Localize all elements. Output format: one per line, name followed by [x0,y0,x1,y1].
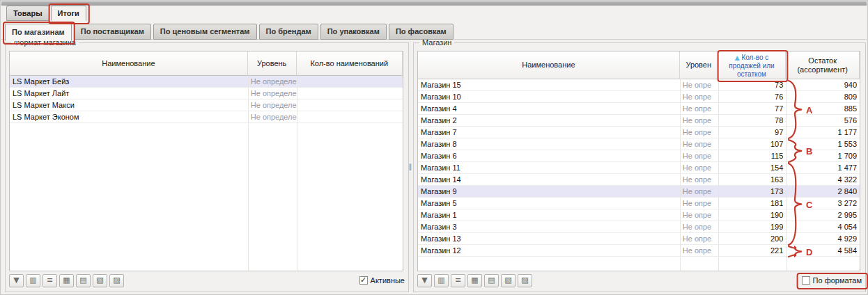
count-cell: 76 [718,91,786,102]
name-cell: Магазин 5 [418,198,680,209]
app-window: ТоварыИтоги По магазинамПо поставщикамПо… [0,0,868,295]
format-toolbar: ▼▥≡▦▤▧▨ [9,274,124,287]
numbered-list-button[interactable]: ≡ [42,274,57,287]
name-cell: LS Маркет Эконом [10,111,248,122]
active-checkbox-label: Активные [371,276,405,285]
active-checkbox-box[interactable]: ✓ [359,276,368,285]
columns-button[interactable]: ▥ [26,274,40,287]
name-cell: Магазин 6 [418,150,680,161]
level-cell: Не опре [680,209,718,221]
sub-tab-po-magazinam[interactable]: По магазинам [5,24,72,41]
formats-checkbox-box[interactable] [802,276,810,285]
store-panel-footer: ▼▥≡▦▤▧▨ По форматам [417,273,862,288]
filter-button[interactable]: ▼ [417,274,432,287]
name-cell: Магазин 14 [418,174,680,185]
column-header[interactable]: Кол-во наименований [297,51,403,76]
stock-cell: 1 177 [786,127,860,138]
layout-icon: ▨ [521,276,528,285]
name-cell: Магазин 12 [418,245,680,256]
name-cell: LS Маркет Лайт [10,88,248,99]
stock-cell: 576 [786,115,860,126]
sort-asc-icon: ▲ [735,54,740,61]
level-cell: Не опре [680,162,718,173]
print-button[interactable]: ▤ [76,274,91,287]
table-row[interactable]: LS Маркет ЭкономНе определе [10,111,403,123]
table-row[interactable]: Магазин 11Не опре1541 477 [418,162,860,174]
column-header[interactable]: Наименование [10,51,248,76]
export-icon: ▦ [471,276,478,285]
table-row[interactable]: Магазин 4Не опре77885 [418,103,860,115]
count-cell: 163 [718,174,786,185]
layout-button[interactable]: ▨ [109,274,124,287]
table-row[interactable]: LS Маркет ЛайтНе определе [10,88,403,99]
level-cell: Не опре [680,221,718,232]
count-cell: 77 [718,103,786,114]
count-cell: 115 [718,150,786,161]
sub-tab-po-fasovkam[interactable]: По фасовкам [389,24,454,40]
sub-tab-po-brendam[interactable]: По брендам [259,24,318,40]
name-cell: Магазин 4 [418,103,680,114]
stock-cell: 809 [786,91,860,102]
table-row[interactable]: Магазин 12Не опре2214 584 [418,245,860,257]
export-button[interactable]: ▦ [59,274,74,287]
column-header[interactable]: Уровен [680,51,718,79]
level-cell: Не опре [680,233,718,244]
table-row[interactable]: Магазин 15Не опре73940 [418,79,860,91]
numbered-list-icon: ≡ [47,276,53,285]
stock-cell: 940 [786,79,860,90]
columns-icon: ▥ [437,276,444,285]
column-header[interactable]: Уровень [248,51,297,76]
stock-cell: 4 322 [786,174,860,185]
table-row[interactable]: Магазин 2Не опре78576 [418,115,860,127]
table-row[interactable]: Магазин 1Не опре1902 995 [418,209,860,221]
active-checkbox[interactable]: ✓ Активные [359,276,405,285]
sub-tab-po-postavshchikam[interactable]: По поставщикам [74,24,151,40]
column-header[interactable]: Остаток (ассортимент) [786,51,860,79]
excel-button[interactable]: ▧ [93,274,107,287]
table-row[interactable]: Магазин 7Не опре971 177 [418,127,860,138]
export-icon: ▦ [63,276,70,285]
excel-button[interactable]: ▧ [501,274,516,287]
table-row[interactable]: Магазин 9Не опре1732 840 [418,186,860,198]
name-cell: LS Маркет Макси [10,99,248,111]
name-cell: Магазин 10 [418,91,680,102]
name-cell: Магазин 8 [418,138,680,150]
formats-checkbox[interactable]: По форматам [802,276,862,285]
level-cell: Не опре [680,138,718,150]
store-format-grid: НаименованиеУровеньКол-во наименований L… [9,51,403,271]
table-row[interactable]: Магазин 10Не опре76809 [418,91,860,103]
sub-tab-po-tsenovym-segmentam[interactable]: По ценовым сегментам [153,24,257,40]
print-icon: ▤ [79,276,86,285]
table-row[interactable]: Магазин 5Не опре1813 272 [418,198,860,209]
count-cell: 154 [718,162,786,173]
panel-splitter[interactable]: ∥ [408,42,413,291]
level-cell: Не опре [680,91,718,102]
main-tab-itogi[interactable]: Итоги [51,6,86,21]
excel-icon: ▧ [504,276,511,285]
table-row[interactable]: Магазин 14Не опре1634 322 [418,174,860,186]
columns-button[interactable]: ▥ [434,274,449,287]
store-format-panel: Формат магазина НаименованиеУровеньКол-в… [5,42,409,292]
columns-icon: ▥ [29,276,36,285]
name-cell: Магазин 9 [418,186,680,197]
sorted-column-header[interactable]: ▲ Кол-во с продажей или остатком [718,51,786,79]
table-row[interactable]: Магазин 8Не опре1071 553 [418,138,860,150]
numbered-list-button[interactable]: ≡ [451,274,465,287]
column-header[interactable]: Наименование [418,51,680,79]
filter-button[interactable]: ▼ [9,274,24,287]
table-row[interactable]: LS Маркет МаксиНе определе [10,99,403,111]
table-row[interactable]: LS Маркет БейзНе определе [10,76,403,88]
table-row[interactable]: Магазин 3Не опре1994 054 [418,221,860,233]
format-panel-footer: ▼▥≡▦▤▧▨ ✓ Активные [9,273,405,288]
layout-button[interactable]: ▨ [518,274,532,287]
table-row[interactable]: Магазин 13Не опре2004 929 [418,233,860,245]
formats-checkbox-label: По форматам [813,276,862,285]
sub-tab-po-upakovkam[interactable]: По упаковкам [320,24,387,40]
level-cell: Не опре [680,245,718,256]
sub-tab-bar: По магазинамПо поставщикамПо ценовым сег… [5,24,454,40]
print-button[interactable]: ▤ [484,274,499,287]
main-tab-tovary[interactable]: Товары [6,6,49,21]
format-grid-header: НаименованиеУровеньКол-во наименований [10,51,403,76]
table-row[interactable]: Магазин 6Не опре1151 709 [418,150,860,162]
export-button[interactable]: ▦ [467,274,482,287]
